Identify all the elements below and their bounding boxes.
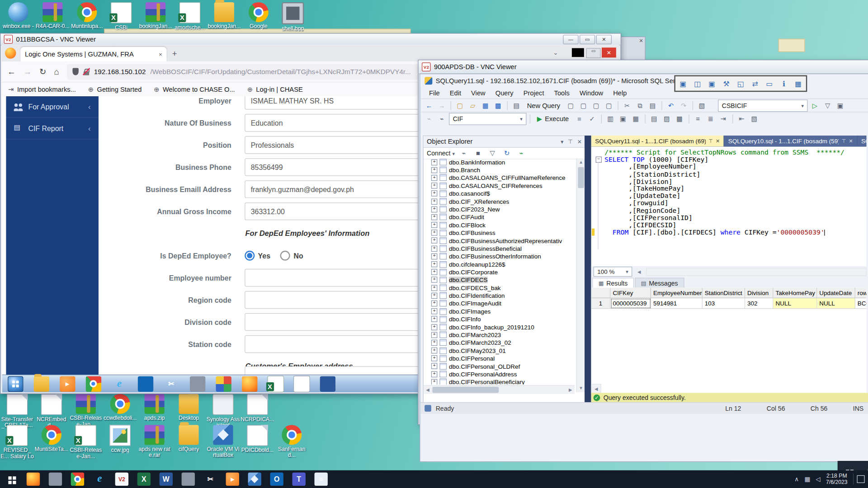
activity-icon[interactable]: ⌁ xyxy=(516,148,527,158)
taskbar-item-journal[interactable] xyxy=(288,375,315,392)
intellisense-icon[interactable]: ▧ xyxy=(696,100,707,110)
close-icon[interactable]: ✕ xyxy=(639,38,643,43)
expand-icon[interactable]: + xyxy=(431,285,437,291)
home-icon[interactable]: ⌂ xyxy=(54,67,59,76)
expand-icon[interactable]: + xyxy=(431,167,437,173)
browser-tab[interactable]: Logic One Systems | GUZMAN, FRA × xyxy=(20,47,166,61)
connect-button[interactable]: Connect ▾ xyxy=(427,150,455,157)
radio-no[interactable]: No xyxy=(280,251,303,261)
column-header-division[interactable]: Division xyxy=(745,288,773,298)
uncomment-icon[interactable]: ≣ xyxy=(705,114,716,124)
scroll-left-icon[interactable]: ◀ xyxy=(636,268,643,275)
taskbar-item-media-app[interactable] xyxy=(222,470,244,488)
save-icon[interactable]: ◫ xyxy=(692,79,703,89)
desktop-icon-winbox-exe[interactable]: winbox.exe - xyxy=(1,2,35,32)
close-icon[interactable]: ✕ xyxy=(577,139,582,145)
desktop-icon-sanfernand[interactable]: SanFernand... xyxy=(274,425,309,460)
expand-icon[interactable]: + xyxy=(431,355,437,361)
results-grid-icon[interactable]: ▦ xyxy=(630,114,641,124)
taskbar-item-paint[interactable] xyxy=(210,375,236,392)
outdent-icon[interactable]: ⇤ xyxy=(736,114,747,124)
column-header-cifkey[interactable]: CIFKey xyxy=(611,288,651,298)
stop-icon[interactable]: ■ xyxy=(574,114,585,124)
minimize-button[interactable]: — xyxy=(563,35,578,44)
close-tab-icon[interactable]: × xyxy=(159,51,162,58)
browser-close-button[interactable]: ✕ xyxy=(602,47,616,57)
tree-item-dbo-cifimageaudit[interactable]: +dbo.CIFImageAudit xyxy=(424,300,575,307)
query-tab-3[interactable]: SQLQuery7.sql - xyxy=(857,136,866,146)
desktop-icon-muntinlupa[interactable]: Muntinlupa... xyxy=(70,2,104,32)
desktop-icon-ncrembedd[interactable]: NCREmbedd... xyxy=(34,394,69,428)
execute-button[interactable]: ▶Execute xyxy=(533,115,572,122)
grid-cell[interactable]: 103 xyxy=(703,298,745,309)
desktop-icon-bookingjan[interactable]: bookingJan... xyxy=(138,2,173,32)
tree-item-dbo-casaloans-ciffullnamereference[interactable]: +dbo.CASALOANS_CIFFullNameReference xyxy=(424,174,575,182)
grid-cell[interactable]: NULL xyxy=(774,298,817,309)
copy-icon[interactable]: ⧉ xyxy=(634,100,645,110)
tree-item-dbo-cifpersonal[interactable]: +dbo.CIFPersonal xyxy=(424,355,575,362)
filter-icon[interactable]: ▽ xyxy=(822,100,833,110)
desktop-icon-google[interactable]: Google xyxy=(241,2,276,32)
list-tabs-chevron-icon[interactable]: ⌄ xyxy=(553,49,558,56)
chat-icon[interactable]: ▭ xyxy=(764,79,775,89)
tree-item-dbo-cifmay2023-01[interactable]: +dbo.CIFMay2023_01 xyxy=(424,347,575,354)
bookmark-log-in-chase[interactable]: ⊕Log-in | CHASE xyxy=(247,86,303,94)
expand-icon[interactable]: + xyxy=(431,191,437,197)
taskbar-item-word[interactable] xyxy=(155,470,177,488)
column-header-updatedate[interactable]: UpdateDate xyxy=(817,288,855,298)
taskbar-item-excel[interactable] xyxy=(133,470,155,488)
volume-icon[interactable]: ◁ xyxy=(816,475,820,483)
shield-icon[interactable] xyxy=(72,68,78,75)
open-file-icon[interactable]: ▱ xyxy=(467,100,478,110)
desktop-icon-shell-bpp[interactable]: shell.bpp xyxy=(276,2,310,32)
browser-minimize-button[interactable] xyxy=(572,48,584,57)
expand-icon[interactable]: + xyxy=(431,214,437,220)
expand-icon[interactable]: + xyxy=(431,238,437,244)
menu-file[interactable]: File xyxy=(425,88,444,98)
taskbar-item-media[interactable] xyxy=(54,375,80,392)
menu-tools[interactable]: Tools xyxy=(550,88,574,98)
options-wrench-icon[interactable]: ⚒ xyxy=(721,79,731,89)
insecure-lock-icon[interactable] xyxy=(83,68,90,75)
firefox-icon[interactable] xyxy=(5,47,16,58)
save-icon2[interactable]: ▦ xyxy=(480,100,491,110)
close-icon[interactable]: ✕ xyxy=(716,138,720,144)
results-text-icon[interactable]: ▤ xyxy=(649,114,660,124)
bookmark-welcome-to-chase-o[interactable]: ⊕Welcome to CHASE O... xyxy=(154,86,235,94)
expand-icon[interactable]: + xyxy=(431,277,437,283)
taskbar-item-start7[interactable] xyxy=(2,375,28,392)
refresh-icon[interactable]: ↻ xyxy=(501,148,512,158)
comment-icon[interactable]: ≡ xyxy=(692,114,703,124)
change-connection-icon[interactable]: ⌁ xyxy=(436,114,447,124)
tree-item-dbo-branch[interactable]: +dbo.Branch xyxy=(424,166,575,174)
mdx-icon[interactable]: ▢ xyxy=(565,100,576,110)
back-icon[interactable]: ← xyxy=(7,67,15,76)
tree-item-dbo-cifbusinessbeneficial[interactable]: +dbo.CIFBusinessBeneficial xyxy=(424,244,575,252)
desktop-icon-site-transfer-cbsi-1ta[interactable]: Site-Transfer _CBSI-1Ta... xyxy=(0,394,34,428)
taskbar-item-file-explorer[interactable] xyxy=(44,470,66,488)
column-header-employeenumber[interactable]: EmployeeNumber xyxy=(651,288,703,298)
tray-expand-icon[interactable]: ∧ xyxy=(794,475,799,483)
dax-icon[interactable]: ▢ xyxy=(604,100,614,110)
menu-window[interactable]: Window xyxy=(575,88,608,98)
desktop-icon-csbi-release-jan[interactable]: CSBI-Release-Jan... xyxy=(69,425,103,460)
tree-item-dbo-cifidentification[interactable]: +dbo.CIFIdentification xyxy=(424,292,575,300)
xmla-icon[interactable]: ▢ xyxy=(591,100,602,110)
desktop-icon-synology-assistant[interactable]: Synology Assistant xyxy=(206,394,241,428)
desktop-icon-cifquery[interactable]: cifQuery xyxy=(172,425,206,460)
desktop-icon-desktop[interactable]: Desktop xyxy=(172,394,206,428)
taskbar-item-outlook[interactable] xyxy=(132,375,159,392)
desktop-icon-ccwdlebdoli[interactable]: ccwdlebdoli... xyxy=(103,394,137,428)
taskbar-item-snip[interactable] xyxy=(158,375,184,392)
cut-icon[interactable]: ✂ xyxy=(622,100,632,110)
expand-icon[interactable]: + xyxy=(431,222,437,228)
taskbar-item-vnc-viewer[interactable] xyxy=(111,470,133,488)
expand-icon[interactable]: + xyxy=(431,371,437,377)
expand-icon[interactable]: + xyxy=(431,300,437,306)
grid-cell[interactable]: 302 xyxy=(745,298,773,309)
tree-item-dbo-cifmarch2023-02[interactable]: +dbo.CIFMarch2023_02 xyxy=(424,339,575,347)
menu-query[interactable]: Query xyxy=(491,88,518,98)
undo-icon[interactable]: ↶ xyxy=(665,100,676,110)
grid-cell[interactable]: 5914981 xyxy=(651,298,703,309)
bookmark-getting-started[interactable]: ⊕Getting Started xyxy=(88,86,142,94)
